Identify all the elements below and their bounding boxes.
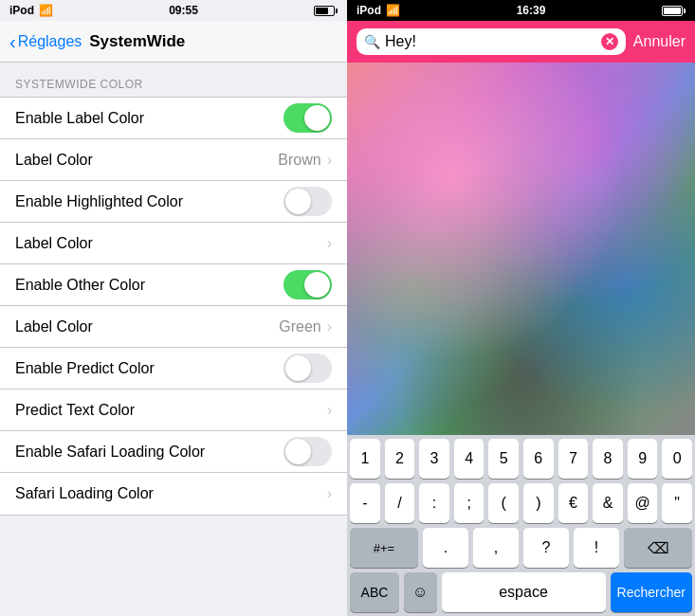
kb-key-space[interactable]: espace [442,572,606,612]
row-right-9: › [327,485,332,502]
color-gradient [347,63,695,435]
right-left-status: iPod 📶 [357,4,400,17]
right-time: 16:39 [517,4,546,17]
left-battery [314,6,338,16]
row-label-color-green[interactable]: Label Color Green › [0,306,347,348]
kb-key-5[interactable]: 5 [488,439,519,479]
kb-key-0[interactable]: 0 [662,439,692,479]
kb-key-ampersand[interactable]: & [593,483,623,523]
row-label-color-empty[interactable]: Label Color › [0,223,347,264]
row-enable-highlighted-color: Enable Highlighted Color [0,181,347,223]
row-right-7: › [327,402,332,419]
kb-key-1[interactable]: 1 [350,439,380,479]
row-label-3: Label Color [15,235,93,252]
wifi-icon: 📶 [39,4,53,17]
row-label-5: Label Color [15,318,93,335]
toggle-enable-safari-loading-color[interactable] [283,437,332,466]
kb-key-slash[interactable]: / [385,483,415,523]
chevron-right-7: › [327,402,332,419]
row-safari-loading-color[interactable]: Safari Loading Color › [0,473,347,515]
kb-key-comma[interactable]: , [473,528,519,568]
nav-bar: ‹ Réglages SystemWide [0,21,347,63]
row-predict-text-color[interactable]: Predict Text Color › [0,390,347,431]
row-right-6 [283,353,332,383]
kb-key-backspace[interactable]: ⌫ [624,528,692,568]
kb-key-dash[interactable]: - [350,483,380,523]
right-battery [662,6,686,16]
back-label: Réglages [18,33,82,50]
kb-key-3[interactable]: 3 [419,439,449,479]
kb-key-2[interactable]: 2 [385,439,415,479]
kb-key-period[interactable]: . [423,528,468,568]
row-right-0 [283,103,332,133]
left-panel: iPod 📶 09:55 ‹ Réglages SystemWide SYSTE… [0,0,347,616]
kb-row-numbers: 1 2 3 4 5 6 7 8 9 0 [350,439,692,479]
chevron-right-9: › [327,485,332,502]
kb-key-quote[interactable]: " [662,483,692,523]
row-label-0: Enable Label Color [15,110,144,127]
kb-row-symbols: - / : ; ( ) € & @ " [350,483,692,523]
kb-key-exclaim[interactable]: ! [574,528,619,568]
row-enable-other-color: Enable Other Color [0,264,347,306]
kb-key-8[interactable]: 8 [593,439,623,479]
chevron-right-5: › [327,318,332,335]
back-button[interactable]: ‹ Réglages [9,32,82,51]
kb-key-semicolon[interactable]: ; [454,483,485,523]
kb-key-abc[interactable]: ABC [350,572,399,612]
toggle-thumb-6 [285,355,311,381]
right-wifi-icon: 📶 [386,4,400,17]
right-panel: iPod 📶 16:39 🔍 Hey! ✕ Annuler 1 [347,0,695,616]
kb-key-euro[interactable]: € [558,483,589,523]
kb-key-9[interactable]: 9 [628,439,658,479]
chevron-right-3: › [327,235,332,252]
search-icon: 🔍 [364,34,380,49]
back-chevron-icon: ‹ [9,32,16,51]
row-right-5: Green › [279,318,332,335]
row-value-1: Brown [278,152,320,169]
row-right-8 [283,437,332,466]
color-picker-area[interactable] [347,63,695,435]
toggle-enable-other-color[interactable] [283,270,332,299]
row-label-2: Enable Highlighted Color [15,193,183,210]
search-input-container[interactable]: 🔍 Hey! ✕ [357,28,626,55]
clear-search-button[interactable]: ✕ [601,33,618,50]
row-label-9: Safari Loading Color [15,485,154,502]
toggle-enable-highlighted-color[interactable] [283,187,332,216]
kb-key-7[interactable]: 7 [558,439,589,479]
row-label-8: Enable Safari Loading Color [15,444,205,461]
nav-title: SystemWide [89,32,185,51]
kb-key-colon[interactable]: : [419,483,449,523]
kb-key-open-paren[interactable]: ( [488,483,519,523]
kb-key-search[interactable]: Rechercher [611,572,693,612]
kb-key-6[interactable]: 6 [523,439,554,479]
toggle-thumb-0 [304,105,330,131]
kb-key-at[interactable]: @ [628,483,658,523]
toggle-thumb-2 [285,189,311,214]
cancel-button[interactable]: Annuler [633,33,686,50]
kb-key-question[interactable]: ? [523,528,569,568]
section-header: SYSTEMWIDE COLOR [0,63,347,97]
left-time: 09:55 [169,4,198,17]
row-right-1: Brown › [278,152,332,169]
kb-key-4[interactable]: 4 [454,439,485,479]
chevron-right-1: › [327,152,332,169]
device-label: iPod [9,4,34,17]
toggle-thumb-4 [304,272,330,298]
row-right-4 [283,270,332,299]
right-battery-icon [662,6,686,16]
row-right-3: › [327,235,332,252]
toggle-enable-label-color[interactable] [283,103,332,133]
status-bar-right: iPod 📶 16:39 [347,0,695,21]
left-status-group: iPod 📶 [9,4,53,17]
search-text: Hey! [385,33,596,50]
kb-key-close-paren[interactable]: ) [523,483,554,523]
kb-key-emoji[interactable]: ☺ [404,572,437,612]
toggle-enable-predict-color[interactable] [283,353,332,383]
row-label-color-brown[interactable]: Label Color Brown › [0,139,347,181]
row-enable-predict-color: Enable Predict Color [0,348,347,390]
row-enable-safari-loading-color: Enable Safari Loading Color [0,431,347,473]
row-label-4: Enable Other Color [15,277,145,294]
toggle-thumb-8 [285,439,311,464]
status-bar-left: iPod 📶 09:55 [0,0,347,21]
kb-key-hashplus[interactable]: #+= [350,528,418,568]
